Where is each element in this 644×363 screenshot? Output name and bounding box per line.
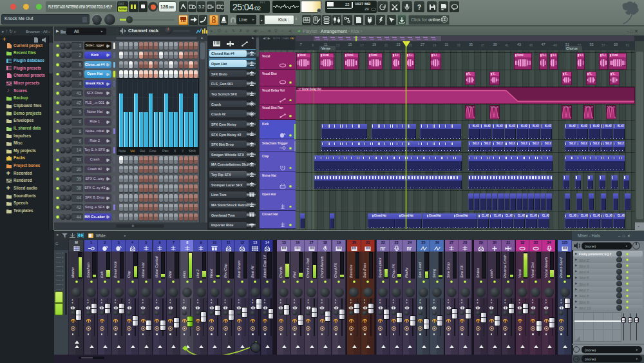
svg-text:?: ?: [417, 4, 421, 11]
svg-text:3.2: 3.2: [198, 5, 205, 9]
